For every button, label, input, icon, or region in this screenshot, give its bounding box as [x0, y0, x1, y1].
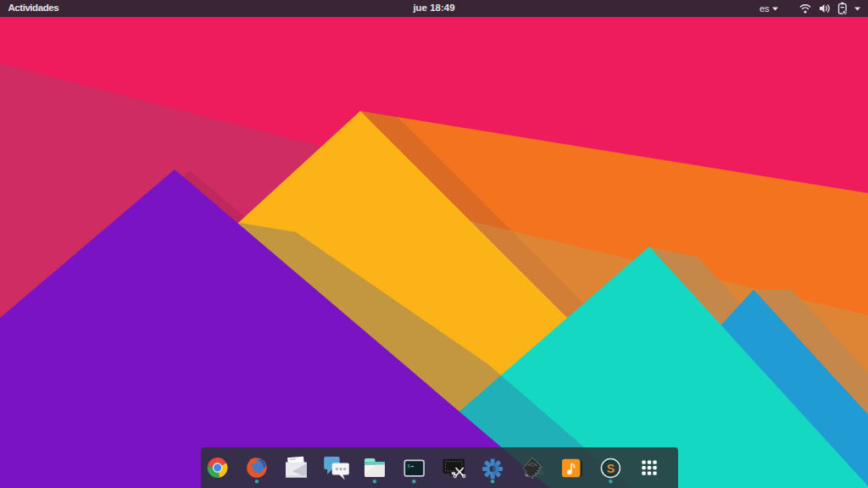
svg-text:$: $	[408, 463, 411, 469]
svg-text:S: S	[607, 462, 615, 475]
